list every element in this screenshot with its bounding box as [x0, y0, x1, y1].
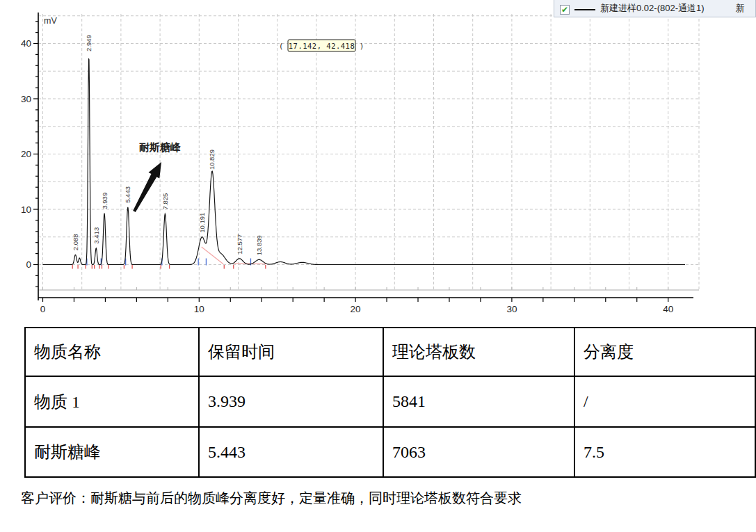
- peak-label: 3.939: [101, 193, 108, 209]
- table-row: 物质 1 3.939 5841 /: [25, 376, 755, 427]
- x-axis-tick-label: 0: [40, 304, 46, 314]
- y-axis-tick-label: 40: [21, 38, 31, 49]
- cell-resolution: /: [574, 376, 755, 427]
- legend-line-sample: [574, 9, 595, 10]
- grid: [38, 14, 699, 290]
- legend-series-label-partial[interactable]: 新: [736, 2, 745, 15]
- peak-label: 10.829: [208, 150, 216, 170]
- cell-plate-count: 7063: [383, 427, 574, 477]
- header-retention-time: 保留时间: [199, 328, 383, 376]
- y-axis-tick-label: 10: [21, 204, 31, 215]
- results-table: 物质名称 保留时间 理论塔板数 分离度 物质 1 3.939 5841 / 耐斯…: [24, 327, 756, 478]
- cell-retention-time: 3.939: [199, 376, 383, 427]
- x-axis-tick-label: 30: [506, 304, 517, 314]
- legend-bar: ✔ 新建进样0.02-(802-通道1) 新: [554, 0, 756, 17]
- annotation-arrow: [133, 162, 161, 212]
- cell-resolution: 7.5: [574, 427, 755, 477]
- header-plate-count: 理论塔板数: [383, 328, 574, 376]
- peak-label: 13.839: [255, 235, 263, 255]
- peak-label: 5.443: [124, 186, 131, 203]
- table-row: 耐斯糖峰 5.443 7063 7.5: [25, 427, 755, 477]
- x-axis-tick-label: 10: [194, 304, 204, 314]
- legend-series-label[interactable]: 新建进样0.02-(802-通道1): [600, 2, 705, 15]
- integration-baseline: [202, 247, 223, 264]
- table-header-row: 物质名称 保留时间 理论塔板数 分离度: [25, 328, 755, 376]
- y-axis-unit-label: mV: [44, 16, 57, 26]
- cell-retention-time: 5.443: [199, 427, 383, 477]
- cursor-tooltip-text: ( 17.142, 42.418 ): [279, 42, 364, 50]
- peak-label: 2.949: [85, 35, 93, 51]
- header-substance-name: 物质名称: [25, 328, 199, 376]
- cell-plate-count: 5841: [383, 376, 574, 427]
- check-icon[interactable]: ✔: [560, 5, 570, 15]
- cell-substance-name: 耐斯糖峰: [25, 427, 199, 477]
- peak-label: 10.191: [198, 213, 206, 233]
- y-axis-tick-label: 20: [21, 149, 31, 159]
- cell-substance-name: 物质 1: [25, 376, 199, 427]
- chromatogram-trace: [43, 58, 686, 265]
- header-resolution: 分离度: [574, 328, 755, 376]
- page: 2.0882.9493.4133.9395.4437.82510.19110.8…: [0, 0, 756, 532]
- x-axis-tick-label: 40: [663, 304, 673, 314]
- peak-annotation-label: 耐斯糖峰: [139, 141, 181, 153]
- peak-label: 3.413: [93, 227, 100, 244]
- chromatogram-plot[interactable]: 2.0882.9493.4133.9395.4437.82510.19110.8…: [0, 0, 756, 320]
- x-axis-tick-label: 20: [351, 304, 361, 314]
- axes: 010203040010203040mV: [21, 13, 693, 314]
- y-axis-tick-label: 30: [21, 94, 31, 104]
- peak-label: 2.088: [72, 234, 79, 250]
- peak-label: 12.577: [236, 234, 243, 255]
- y-axis-tick-label: 0: [26, 259, 31, 270]
- peak-label: 7.825: [161, 193, 169, 210]
- customer-evaluation-text: 客户评价：耐斯糖与前后的物质峰分离度好，定量准确，同时理论塔板数符合要求: [21, 489, 522, 508]
